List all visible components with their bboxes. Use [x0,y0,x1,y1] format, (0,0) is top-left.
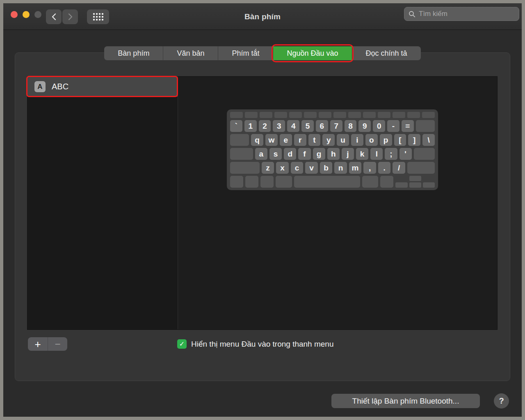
key-w-key: w [265,134,278,146]
input-source-list: AABC [27,77,178,329]
key-.-key: . [378,162,391,174]
shift-left-key [230,162,260,174]
command-right-key [362,176,379,188]
show-input-menu-checkbox[interactable]: ✓ [177,339,187,349]
layout-preview-pane: `1234567890-=qwertyuiop[]\asdfghjkl;'zxc… [178,77,497,329]
input-source-label: ABC [52,82,68,91]
key-'-key: ' [399,148,412,160]
tab-input-sources[interactable]: Nguồn Đầu vào [273,46,352,60]
key-;-key: ; [385,148,397,160]
key-b-key: b [320,162,333,174]
arrow-left-key [395,182,407,188]
search-input[interactable] [419,10,515,18]
function-key [348,112,361,118]
function-key [304,112,317,118]
function-key-row [230,112,435,118]
title-bar: Bàn phím [3,3,522,30]
arrow-up-key [409,176,421,181]
input-sources-panel: AABC `1234567890-=qwertyuiop[]\asdfghjkl… [27,76,498,330]
key---key: - [387,120,399,132]
option-right-key [380,176,393,188]
key-c-key: c [291,162,304,174]
key-i-key: i [351,134,363,146]
keyboard-row: `1234567890-= [230,120,435,132]
key-o-key: o [365,134,378,146]
key-0-key: 0 [373,120,385,132]
key-9-key: 9 [358,120,371,132]
key-]-key: ] [408,134,420,146]
checkmark-icon: ✓ [179,340,185,348]
remove-input-source-button[interactable]: − [48,337,67,351]
arrow-right-column [423,176,435,188]
function-key [230,112,243,118]
key-k-key: k [356,148,368,160]
fn-key [230,176,243,188]
show-input-menu-label: Hiển thị menu Đầu vào trong thanh menu [191,340,334,349]
key-v-key: v [305,162,318,174]
arrow-keys [395,176,435,188]
help-button[interactable]: ? [494,393,509,409]
arrow-up-down-column [409,176,421,188]
tab-label: Đọc chính tả [366,49,407,58]
tab-label: Phím tắt [232,49,259,58]
keyboard-row: zxcvbnm,./ [230,162,435,174]
key-7-key: 7 [330,120,342,132]
search-icon [409,11,415,18]
add-input-source-button[interactable]: + [28,337,48,351]
key-r-key: r [294,134,306,146]
key-3-key: 3 [273,120,285,132]
delete-key [416,120,435,132]
tab-text[interactable]: Văn bản [163,46,218,60]
key-[-key: [ [394,134,406,146]
function-key [319,112,331,118]
keyboard-row: qwertyuiop[]\ [230,134,435,146]
key-u-key: u [337,134,349,146]
function-key [407,112,420,118]
key-p-key: p [380,134,392,146]
annotation-highlight [26,76,178,97]
function-key [274,112,287,118]
show-input-menu-row: ✓ Hiển thị menu Đầu vào trong thanh menu [177,339,334,349]
function-key [393,112,405,118]
function-key [260,112,272,118]
key-/-key: / [393,162,405,174]
tab-keyboard[interactable]: Bàn phím [104,46,163,60]
function-key [333,112,346,118]
key-x-key: x [276,162,289,174]
keyboard-row [230,176,435,188]
bluetooth-keyboard-setup-button[interactable]: Thiết lập Bàn phím Bluetooth... [331,394,480,408]
key-e-key: e [280,134,292,146]
tab-dictation[interactable]: Đọc chính tả [352,46,421,60]
command-left-key [276,176,292,188]
add-remove-control: + − [28,337,67,351]
key-6-key: 6 [316,120,328,132]
key-5-key: 5 [301,120,314,132]
key-`-key: ` [230,120,242,132]
key-z-key: z [262,162,274,174]
input-source-badge-icon: A [34,81,46,92]
key-g-key: g [313,148,325,160]
system-preferences-window: Bàn phím Bàn phímVăn bảnPhím tắtNguồn Đầ… [3,3,522,417]
search-field[interactable] [404,7,519,21]
arrow-left-column [395,176,407,188]
key-l-key: l [370,148,383,160]
input-source-row-abc[interactable]: AABC [27,77,178,97]
control-key [245,176,258,188]
key-2-key: 2 [259,120,271,132]
tab-label: Bàn phím [118,49,149,58]
shift-right-key [407,162,435,174]
function-key [363,112,376,118]
key-y-key: y [322,134,335,146]
tab-key [230,134,249,146]
key-8-key: 8 [345,120,357,132]
key-=-key: = [402,120,414,132]
key-j-key: j [342,148,354,160]
tab-label: Văn bản [177,49,204,58]
question-mark-icon: ? [499,396,504,406]
key-s-key: s [269,148,282,160]
function-key [289,112,302,118]
tab-label: Nguồn Đầu vào [287,49,338,58]
tab-shortcuts[interactable]: Phím tắt [218,46,273,60]
key-\-key: \ [422,134,435,146]
key-d-key: d [284,148,296,160]
